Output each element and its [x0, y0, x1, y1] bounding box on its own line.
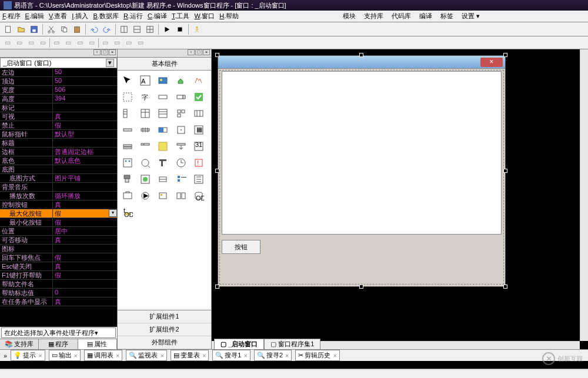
- prop-value[interactable]: 506: [53, 86, 117, 94]
- component-item-17[interactable]: [156, 123, 169, 136]
- runner-icon[interactable]: [191, 24, 203, 35]
- component-item-15[interactable]: [121, 123, 134, 136]
- menu-item[interactable]: W.窗口: [194, 12, 215, 21]
- component-item-39[interactable]: ODBC: [192, 189, 205, 202]
- menu-item[interactable]: 编译: [419, 12, 432, 21]
- handle-n[interactable]: [359, 53, 363, 57]
- handle-sw[interactable]: [215, 285, 219, 289]
- form-window[interactable]: ✕ 按钮: [218, 55, 506, 287]
- component-item-34[interactable]: [192, 173, 205, 186]
- component-item-22[interactable]: [156, 140, 169, 153]
- property-row[interactable]: F1键打开帮助假: [0, 271, 117, 280]
- property-row[interactable]: 背景音乐: [0, 183, 117, 192]
- close-icon[interactable]: ×: [202, 352, 206, 359]
- menu-item[interactable]: 代码库: [392, 12, 411, 21]
- form-close-icon[interactable]: ✕: [480, 58, 503, 67]
- design-tab[interactable]: ▢_启动窗口: [214, 339, 264, 349]
- close-icon[interactable]: ×: [285, 352, 289, 359]
- component-item-14[interactable]: [192, 107, 205, 120]
- panel-tab[interactable]: ▤ 属性: [78, 339, 117, 349]
- menu-item[interactable]: H.帮助: [219, 12, 239, 21]
- handle-s[interactable]: [359, 285, 363, 289]
- stop-icon[interactable]: [174, 24, 186, 35]
- component-item-13[interactable]: [175, 107, 188, 120]
- layout2-icon[interactable]: [131, 24, 143, 35]
- panel-min-icon[interactable]: ▫: [93, 49, 101, 55]
- design-tab[interactable]: ▢窗口程序集1: [264, 339, 320, 349]
- redo-icon[interactable]: [101, 24, 113, 35]
- menu-item[interactable]: V.查看: [49, 12, 67, 21]
- design-button[interactable]: 按钮: [222, 240, 260, 254]
- open-icon[interactable]: [15, 24, 27, 35]
- component-item-37[interactable]: [156, 189, 169, 202]
- prop-value[interactable]: 假: [53, 271, 117, 279]
- bottom-tab[interactable]: ▦ 调用表 ×: [84, 350, 122, 361]
- component-item-12[interactable]: [156, 107, 169, 120]
- property-row[interactable]: 帮助文件名: [0, 280, 117, 289]
- close-icon[interactable]: ×: [333, 352, 336, 359]
- property-row[interactable]: 帮助标志值0: [0, 289, 117, 297]
- menu-item[interactable]: F.程序: [2, 12, 21, 21]
- t2-1[interactable]: ▭: [2, 38, 13, 48]
- t2-10[interactable]: ▭: [112, 38, 122, 48]
- prop-value[interactable]: 假: [53, 121, 117, 129]
- component-item-21[interactable]: [139, 140, 152, 153]
- component-item-32[interactable]: [156, 173, 169, 186]
- component-item-5[interactable]: [121, 91, 134, 103]
- component-item-1[interactable]: A: [139, 74, 152, 87]
- property-row[interactable]: 高度394: [0, 95, 117, 103]
- handle-e[interactable]: [503, 169, 507, 173]
- close-icon[interactable]: ×: [74, 352, 78, 359]
- bottom-tab[interactable]: ✂ 剪辑历史 ×: [295, 350, 339, 361]
- menu-item[interactable]: T.工具: [172, 12, 190, 21]
- component-item-10[interactable]: [121, 107, 134, 120]
- component-item-9[interactable]: [192, 91, 205, 103]
- property-row[interactable]: 宽度506: [0, 86, 117, 95]
- component-item-28[interactable]: [175, 156, 188, 169]
- component-item-23[interactable]: [175, 140, 188, 153]
- component-item-35[interactable]: [121, 189, 134, 202]
- prop-value[interactable]: [53, 165, 117, 173]
- layout1-icon[interactable]: [118, 24, 130, 35]
- close-icon[interactable]: ×: [116, 352, 119, 359]
- component-item-36[interactable]: ▶: [139, 189, 152, 202]
- prop-value[interactable]: 假: [53, 218, 117, 226]
- form-titlebar[interactable]: ✕: [218, 56, 505, 69]
- menu-item[interactable]: 模块: [343, 12, 356, 21]
- component-item-4[interactable]: [192, 74, 205, 87]
- t2-4[interactable]: ▭: [38, 38, 48, 48]
- form-canvas[interactable]: [222, 71, 502, 235]
- close-icon[interactable]: ×: [243, 352, 247, 359]
- property-row[interactable]: 边框普通固定边框: [0, 148, 117, 156]
- panel-tab[interactable]: ▦ 程序: [39, 339, 78, 349]
- menu-item[interactable]: 标签: [440, 12, 453, 21]
- prop-value[interactable]: [53, 139, 117, 147]
- panel-pin-icon[interactable]: □: [101, 49, 108, 55]
- property-row[interactable]: 左边50: [0, 68, 117, 77]
- component-item-33[interactable]: —: [175, 173, 188, 186]
- t2-3[interactable]: ▭: [26, 38, 36, 48]
- undo-icon[interactable]: [88, 24, 100, 35]
- component-item-11[interactable]: [139, 107, 152, 120]
- prop-value[interactable]: 真: [53, 262, 117, 270]
- menu-item[interactable]: 支持库: [364, 12, 383, 21]
- property-row[interactable]: 标题: [0, 139, 117, 148]
- component-item-7[interactable]: [156, 91, 169, 103]
- property-row[interactable]: 禁止假: [0, 121, 117, 130]
- property-row[interactable]: 底图: [0, 165, 117, 174]
- component-item-40[interactable]: tODBC: [121, 206, 134, 219]
- prop-value[interactable]: 真: [53, 297, 117, 306]
- event-dropdown[interactable]: 在此处选择加入事件处理子程序 ▾: [1, 327, 116, 338]
- component-item-29[interactable]: !: [192, 156, 205, 169]
- dropdown-arrow-icon[interactable]: ▾: [109, 209, 117, 217]
- component-item-38[interactable]: [175, 189, 188, 202]
- t2-9[interactable]: ▭: [100, 38, 111, 48]
- component-item-19[interactable]: ▦: [192, 123, 205, 136]
- component-item-24[interactable]: 31: [192, 140, 205, 153]
- property-row[interactable]: 回车下移焦点假: [0, 253, 117, 262]
- property-row[interactable]: 底图方式图片平铺: [0, 174, 117, 183]
- run-icon[interactable]: [161, 24, 173, 35]
- prop-value[interactable]: 普通固定边框: [53, 148, 117, 156]
- menu-item[interactable]: E.编辑: [25, 12, 44, 21]
- component-item-31[interactable]: [139, 173, 152, 186]
